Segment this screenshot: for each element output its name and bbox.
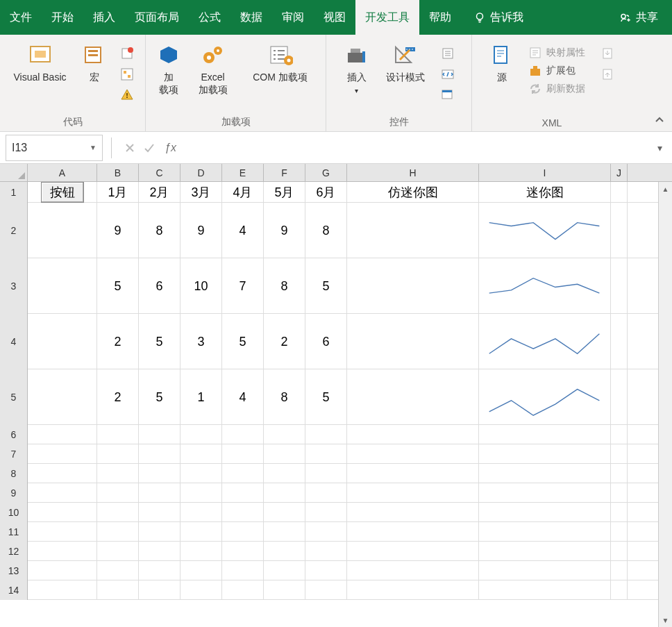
- cell-H3[interactable]: [347, 258, 479, 314]
- cell-C13[interactable]: [139, 561, 180, 580]
- cell-J14[interactable]: [611, 580, 628, 600]
- xml-refresh-data-button[interactable]: 刷新数据: [526, 81, 588, 97]
- cell-A3[interactable]: [28, 258, 97, 314]
- cell-F1[interactable]: 5月: [264, 182, 305, 203]
- cell-H10[interactable]: [347, 503, 479, 522]
- row-header[interactable]: 3: [0, 258, 28, 314]
- cell-G9[interactable]: [305, 483, 347, 503]
- cell-H2[interactable]: [347, 203, 479, 258]
- cell-J3[interactable]: [611, 258, 628, 314]
- cell-C5[interactable]: 5: [139, 369, 180, 425]
- cell-B13[interactable]: [97, 561, 139, 580]
- addins-button[interactable]: 加 载项: [153, 39, 184, 96]
- xml-map-properties-button[interactable]: 映射属性: [526, 44, 588, 61]
- cell-H9[interactable]: [347, 483, 479, 503]
- cell-E9[interactable]: [222, 483, 264, 503]
- cell-D12[interactable]: [180, 542, 222, 561]
- cell-F14[interactable]: [264, 580, 305, 600]
- column-header-J[interactable]: J: [611, 164, 628, 181]
- xml-source-button[interactable]: 源: [487, 39, 517, 83]
- cell-G2[interactable]: 8: [305, 203, 347, 258]
- cell-J6[interactable]: [611, 425, 628, 444]
- row-header[interactable]: 8: [0, 464, 28, 483]
- cell-E14[interactable]: [222, 580, 264, 600]
- row-header[interactable]: 7: [0, 444, 28, 464]
- cell-B10[interactable]: [97, 503, 139, 522]
- cell-J10[interactable]: [611, 503, 628, 522]
- cell-I4[interactable]: [479, 314, 611, 369]
- view-code-button[interactable]: [439, 65, 457, 83]
- cell-J5[interactable]: [611, 369, 628, 425]
- cell-G1[interactable]: 6月: [305, 182, 347, 203]
- cell-H5[interactable]: [347, 369, 479, 425]
- xml-expansion-packs-button[interactable]: 扩展包: [526, 62, 588, 79]
- excel-addins-button[interactable]: Excel 加载项: [192, 39, 234, 96]
- design-mode-button[interactable]: 设计模式: [380, 39, 430, 83]
- cell-J1[interactable]: [611, 182, 628, 203]
- column-header-E[interactable]: E: [222, 164, 264, 181]
- cell-G7[interactable]: [305, 444, 347, 464]
- cell-E2[interactable]: 4: [222, 203, 264, 258]
- cell-D3[interactable]: 10: [180, 258, 222, 314]
- macro-security-button[interactable]: [118, 86, 136, 104]
- tab-page-layout[interactable]: 页面布局: [125, 0, 189, 35]
- cell-I14[interactable]: [479, 580, 611, 600]
- cell-C8[interactable]: [139, 464, 180, 483]
- cell-I7[interactable]: [479, 444, 611, 464]
- cell-B3[interactable]: 5: [97, 258, 139, 314]
- cell-F2[interactable]: 9: [264, 203, 305, 258]
- column-header-G[interactable]: G: [305, 164, 347, 181]
- cell-A13[interactable]: [28, 561, 97, 580]
- cell-H4[interactable]: [347, 314, 479, 369]
- cell-J13[interactable]: [611, 561, 628, 580]
- cell-D4[interactable]: 3: [180, 314, 222, 369]
- cell-A7[interactable]: [28, 444, 97, 464]
- cell-I3[interactable]: [479, 258, 611, 314]
- fx-icon[interactable]: ƒx: [165, 142, 176, 154]
- cell-H6[interactable]: [347, 425, 479, 444]
- cell-I2[interactable]: [479, 203, 611, 258]
- column-header-A[interactable]: A: [28, 164, 97, 181]
- row-header[interactable]: 2: [0, 203, 28, 258]
- cell-G5[interactable]: 5: [305, 369, 347, 425]
- row-header[interactable]: 4: [0, 314, 28, 369]
- cell-A5[interactable]: [28, 369, 97, 425]
- tab-tell-me[interactable]: 告诉我: [464, 0, 533, 35]
- row-header[interactable]: 6: [0, 425, 28, 444]
- cell-J7[interactable]: [611, 444, 628, 464]
- cell-A8[interactable]: [28, 464, 97, 483]
- formula-input[interactable]: [182, 135, 650, 161]
- name-box-dropdown-icon[interactable]: ▼: [90, 144, 96, 151]
- cell-H7[interactable]: [347, 444, 479, 464]
- cell-I9[interactable]: [479, 483, 611, 503]
- cell-E12[interactable]: [222, 542, 264, 561]
- cell-I11[interactable]: [479, 522, 611, 542]
- cell-J8[interactable]: [611, 464, 628, 483]
- cell-I6[interactable]: [479, 425, 611, 444]
- cell-E3[interactable]: 7: [222, 258, 264, 314]
- cell-I12[interactable]: [479, 542, 611, 561]
- cell-J9[interactable]: [611, 483, 628, 503]
- tab-home[interactable]: 开始: [42, 0, 83, 35]
- cell-B14[interactable]: [97, 580, 139, 600]
- cell-E6[interactable]: [222, 425, 264, 444]
- cell-C7[interactable]: [139, 444, 180, 464]
- cell-D1[interactable]: 3月: [180, 182, 222, 203]
- cell-E7[interactable]: [222, 444, 264, 464]
- cell-A1[interactable]: 按钮: [28, 182, 97, 203]
- cell-C3[interactable]: 6: [139, 258, 180, 314]
- cancel-formula-button[interactable]: [120, 138, 140, 158]
- cell-F8[interactable]: [264, 464, 305, 483]
- cell-J2[interactable]: [611, 203, 628, 258]
- share-button[interactable]: 共享: [610, 0, 672, 35]
- cell-J11[interactable]: [611, 522, 628, 542]
- column-header-D[interactable]: D: [180, 164, 222, 181]
- column-header-F[interactable]: F: [264, 164, 305, 181]
- cell-J4[interactable]: [611, 314, 628, 369]
- row-header[interactable]: 11: [0, 522, 28, 542]
- cell-I10[interactable]: [479, 503, 611, 522]
- xml-export-button[interactable]: [599, 65, 617, 83]
- cell-G11[interactable]: [305, 522, 347, 542]
- cell-C1[interactable]: 2月: [139, 182, 180, 203]
- cell-H11[interactable]: [347, 522, 479, 542]
